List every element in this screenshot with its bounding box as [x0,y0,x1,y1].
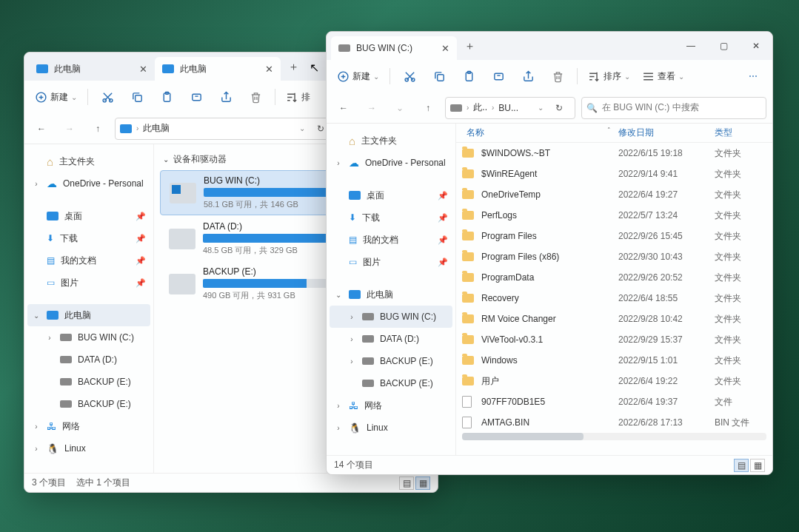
close-tab-icon[interactable]: ✕ [139,64,147,75]
delete-button[interactable] [242,85,269,109]
file-row[interactable]: ProgramData 2022/9/26 20:52 文件夹 [456,267,772,288]
sidebar-drive-d[interactable]: ›DATA (D:) [330,328,452,350]
sidebar-drive-e2[interactable]: BACKUP (E:) [27,393,150,415]
new-button[interactable]: 新建 ⌄ [332,64,384,88]
share-button[interactable] [515,64,541,88]
cut-button[interactable] [396,64,423,88]
col-name-header[interactable]: 名称 [462,127,607,139]
delete-button[interactable] [544,64,571,88]
col-date-header[interactable]: 修改日期 [618,127,715,139]
pc-icon [120,124,132,133]
up-button[interactable]: ↑ [417,97,439,119]
up-button[interactable]: ↑ [87,118,109,140]
sidebar-desktop[interactable]: 桌面📌 [27,205,150,227]
file-row[interactable]: RM Voice Changer 2022/9/28 10:42 文件夹 [456,309,772,329]
sidebar-onedrive[interactable]: ›☁OneDrive - Personal [27,172,150,195]
file-row[interactable]: 907FF70DB1E5 2022/6/4 19:37 文件 [456,391,772,412]
forward-button[interactable]: → [58,118,81,140]
paste-button[interactable] [455,64,482,88]
close-tab-icon[interactable]: ✕ [265,64,273,75]
tab-thispc-2[interactable]: 此电脑 ✕ [155,57,281,81]
history-button[interactable]: ⌄ [389,97,411,119]
copy-button[interactable] [426,64,452,88]
sidebar-linux[interactable]: ›🐧Linux [330,417,452,439]
sidebar: ⌂主文件夹 ›☁OneDrive - Personal 桌面📌 ⬇下载📌 ▤我的… [24,144,154,473]
pin-icon: 📌 [438,257,448,267]
rename-button[interactable] [183,85,210,109]
share-button[interactable] [213,85,239,109]
sidebar-desktop[interactable]: 桌面📌 [330,184,452,206]
file-row[interactable]: ViVeTool-v0.3.1 2022/9/29 15:37 文件夹 [456,329,772,350]
file-row[interactable]: Program Files 2022/9/26 15:45 文件夹 [456,226,772,246]
sidebar-onedrive[interactable]: ›☁OneDrive - Personal [330,152,452,174]
sidebar-drive-e2[interactable]: BACKUP (E:) [330,372,452,394]
back-button[interactable]: ← [332,97,355,119]
address-bar[interactable]: › 此.. › BU... ⌄ ↻ [445,97,575,119]
refresh-button[interactable]: ↻ [548,97,570,119]
sidebar-home[interactable]: ⌂主文件夹 [330,129,452,152]
sort-button[interactable]: 排 [281,85,315,109]
view-details-button[interactable]: ▤ [399,477,414,490]
new-tab-button[interactable]: ＋ [457,39,482,53]
tab-thispc-1[interactable]: 此电脑 ✕ [29,57,155,81]
file-row[interactable]: $WINDOWS.~BT 2022/6/15 19:18 文件夹 [456,143,772,164]
chevron-down-icon[interactable]: ⌄ [538,104,544,112]
folder-icon [462,209,475,222]
file-row[interactable]: PerfLogs 2022/5/7 13:24 文件夹 [456,205,772,226]
paste-button[interactable] [153,85,180,109]
close-button[interactable]: ✕ [740,32,772,60]
breadcrumb[interactable]: 此电脑 [143,122,170,135]
view-button[interactable]: 查看 ⌄ [638,64,689,88]
copy-button[interactable] [124,85,150,109]
file-row[interactable]: Recovery 2022/6/4 18:55 文件夹 [456,288,772,309]
col-type-header[interactable]: 类型 [715,127,766,139]
cut-button[interactable] [94,85,121,109]
file-row[interactable]: Windows 2022/9/15 1:01 文件夹 [456,350,772,371]
view-details-button[interactable]: ▤ [734,459,749,472]
breadcrumb[interactable]: 此.. [473,101,487,114]
sidebar-thispc[interactable]: ⌄此电脑 [27,304,150,326]
sidebar-network[interactable]: ›🖧网络 [330,394,452,417]
file-row[interactable]: OneDriveTemp 2022/6/4 19:27 文件夹 [456,184,772,205]
sidebar-drive-c[interactable]: ›BUG WIN (C:) [330,306,452,328]
sidebar-downloads[interactable]: ⬇下载📌 [27,227,150,249]
file-row[interactable]: AMTAG.BIN 2022/6/28 17:13 BIN 文件 [456,412,772,433]
sidebar-documents[interactable]: ▤我的文档📌 [27,249,150,272]
tab-bugwin[interactable]: BUG WIN (C:) ✕ [331,36,457,60]
sidebar-home[interactable]: ⌂主文件夹 [27,150,150,172]
new-button[interactable]: 新建 ⌄ [30,85,81,109]
svg-rect-10 [437,74,444,81]
more-button[interactable]: ⋯ [740,64,766,88]
sidebar-thispc[interactable]: ⌄此电脑 [330,283,452,306]
sidebar-drive-e[interactable]: ›BACKUP (E:) [330,350,452,372]
sidebar-network[interactable]: ›🖧网络 [27,415,150,437]
sidebar-linux[interactable]: ›🐧Linux [27,437,150,459]
pin-icon: 📌 [136,256,146,266]
back-button[interactable]: ← [30,118,53,140]
file-row[interactable]: $WinREAgent 2022/9/14 9:41 文件夹 [456,164,772,184]
forward-button[interactable]: → [361,97,383,119]
file-date: 2022/6/4 18:55 [618,293,715,303]
sidebar-drive-e[interactable]: BACKUP (E:) [27,371,150,393]
rename-button[interactable] [485,64,512,88]
breadcrumb[interactable]: BU... [498,103,518,113]
minimize-button[interactable]: — [675,32,707,60]
horizontal-scrollbar[interactable] [462,433,766,440]
sidebar-drive-c[interactable]: ›BUG WIN (C:) [27,326,150,349]
file-row[interactable]: 用户 2022/6/4 19:22 文件夹 [456,371,772,391]
sidebar-documents[interactable]: ▤我的文档📌 [330,229,452,251]
sidebar-drive-d[interactable]: DATA (D:) [27,349,150,371]
sort-button[interactable]: 排序 ⌄ [584,64,635,88]
address-bar[interactable]: › 此电脑 ⌄ ↻ [115,118,337,140]
close-tab-icon[interactable]: ✕ [441,43,449,54]
maximize-button[interactable]: ▢ [707,32,740,60]
sidebar-pictures[interactable]: ▭图片📌 [330,251,452,273]
new-tab-button[interactable]: ＋ [281,60,306,74]
sidebar-downloads[interactable]: ⬇下载📌 [330,206,452,229]
sidebar-pictures[interactable]: ▭图片📌 [27,272,150,294]
search-input[interactable]: 🔍 在 BUG WIN (C:) 中搜索 [581,97,766,119]
view-tiles-button[interactable]: ▦ [415,477,430,490]
chevron-down-icon[interactable]: ⌄ [299,124,305,132]
file-row[interactable]: Program Files (x86) 2022/9/30 10:43 文件夹 [456,246,772,267]
view-tiles-button[interactable]: ▦ [750,459,765,472]
